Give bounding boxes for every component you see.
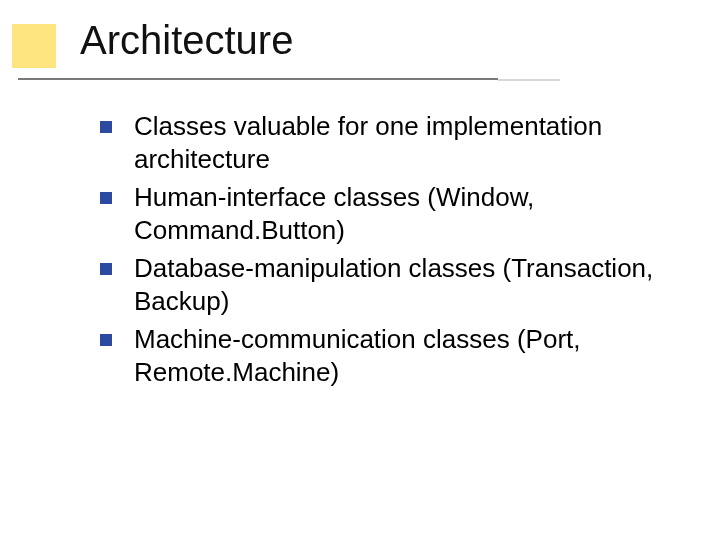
list-item-text: Machine-communication classes (Port, Rem… bbox=[134, 323, 690, 388]
title-accent-block bbox=[12, 24, 56, 68]
square-bullet-icon bbox=[100, 121, 112, 133]
list-item-text: Database-manipulation classes (Transacti… bbox=[134, 252, 690, 317]
list-item: Database-manipulation classes (Transacti… bbox=[100, 252, 690, 317]
slide: Architecture Classes valuable for one im… bbox=[0, 0, 720, 540]
list-item: Human-interface classes (Window, Command… bbox=[100, 181, 690, 246]
slide-title: Architecture bbox=[80, 18, 293, 63]
title-underline bbox=[18, 78, 498, 80]
list-item-text: Classes valuable for one implementation … bbox=[134, 110, 690, 175]
list-item: Classes valuable for one implementation … bbox=[100, 110, 690, 175]
list-item-text: Human-interface classes (Window, Command… bbox=[134, 181, 690, 246]
slide-body: Classes valuable for one implementation … bbox=[100, 110, 690, 394]
square-bullet-icon bbox=[100, 334, 112, 346]
list-item: Machine-communication classes (Port, Rem… bbox=[100, 323, 690, 388]
square-bullet-icon bbox=[100, 192, 112, 204]
square-bullet-icon bbox=[100, 263, 112, 275]
